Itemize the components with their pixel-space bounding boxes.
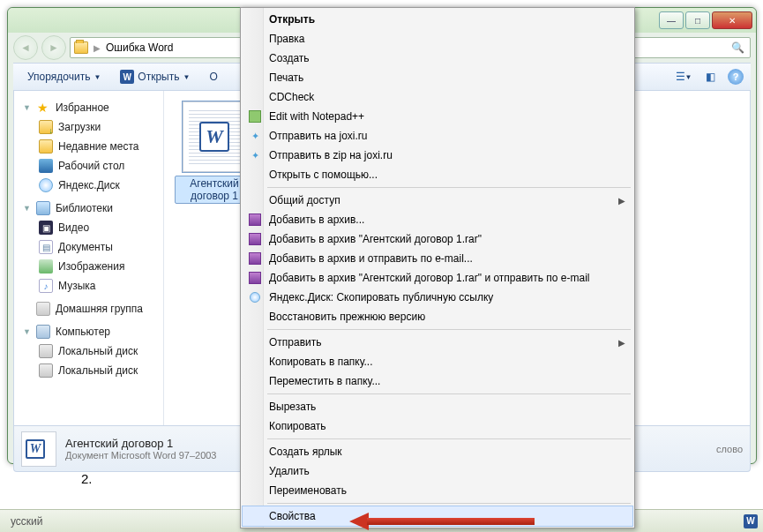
preview-pane-button[interactable]: ◧	[701, 68, 719, 86]
sidebar-item-yadisk[interactable]: Яндекс.Диск	[14, 176, 163, 195]
drive-icon	[39, 363, 53, 378]
word-icon: W	[120, 70, 134, 84]
recent-icon	[39, 139, 53, 154]
winrar-icon	[249, 214, 261, 226]
submenu-arrow-icon: ▶	[618, 338, 625, 348]
maximize-button[interactable]: □	[685, 11, 710, 29]
ctx-open[interactable]: Открыть	[243, 10, 632, 29]
back-button[interactable]: ◄	[13, 35, 38, 60]
submenu-arrow-icon: ▶	[618, 196, 625, 206]
desktop-icon	[39, 159, 53, 173]
sidebar-item-documents[interactable]: ▤Документы	[14, 237, 163, 257]
folder-icon	[74, 41, 88, 54]
open-button[interactable]: WОткрыть▼	[113, 67, 197, 86]
winrar-icon	[249, 252, 261, 265]
address-path: Ошибка Word	[106, 41, 174, 54]
sidebar-computer[interactable]: ▼Компьютер	[14, 322, 163, 341]
libraries-icon	[36, 201, 50, 215]
tray-word-icon[interactable]: W	[744, 514, 758, 528]
drive-icon	[39, 344, 53, 358]
ctx-joxi[interactable]: ✦Отправить на joxi.ru	[243, 126, 632, 146]
context-menu: Открыть Правка Создать Печать CDCheck Ed…	[240, 7, 635, 528]
documents-icon: ▤	[39, 240, 53, 254]
details-filetype: Документ Microsoft Word 97–2003	[65, 450, 217, 461]
sidebar-item-localdisk[interactable]: Локальный диск	[14, 361, 163, 380]
organize-label: Упорядочить	[27, 71, 90, 83]
sidebar-homegroup[interactable]: ▼Домашняя группа	[14, 299, 163, 318]
sidebar-item-music[interactable]: ♪Музыка	[14, 276, 163, 296]
music-icon: ♪	[39, 279, 53, 293]
winrar-icon	[249, 233, 261, 245]
sidebar-favorites[interactable]: ▼★Избранное	[14, 98, 163, 117]
search-icon: 🔍	[731, 41, 744, 54]
ctx-edit[interactable]: Правка	[243, 29, 632, 49]
view-button[interactable]: ☰ ▼	[675, 68, 692, 86]
ctx-ydcopy[interactable]: Яндекс.Диск: Скопировать публичную ссылк…	[243, 288, 632, 307]
ctx-copy[interactable]: Копировать	[243, 416, 632, 436]
minimize-button[interactable]: —	[659, 11, 684, 29]
notepadpp-icon	[249, 110, 261, 123]
ctx-delete[interactable]: Удалить	[243, 461, 632, 481]
file-thumbnail: W	[183, 101, 246, 172]
ctx-moveto[interactable]: Переместить в папку...	[243, 371, 632, 391]
collapse-icon: ▼	[23, 103, 31, 112]
video-icon: ▣	[39, 221, 53, 235]
ctx-sharing[interactable]: Общий доступ▶	[243, 191, 632, 210]
yadisk-icon	[250, 292, 260, 303]
winrar-icon	[249, 272, 261, 284]
ctx-sendto[interactable]: Отправить▶	[243, 333, 632, 352]
images-icon	[39, 259, 53, 273]
ctx-rename[interactable]: Переименовать	[243, 481, 632, 500]
sidebar-item-desktop[interactable]: Рабочий стол	[14, 156, 163, 176]
ctx-addmail[interactable]: Добавить в архив и отправить по e-mail..…	[243, 249, 632, 268]
step-number: 2.	[81, 471, 93, 486]
ctx-npp[interactable]: Edit with Notepad++	[243, 107, 632, 126]
sidebar-item-images[interactable]: Изображения	[14, 257, 163, 276]
chevron-down-icon: ▼	[183, 73, 190, 81]
homegroup-icon	[36, 302, 50, 316]
ctx-create[interactable]: Создать	[243, 49, 632, 68]
ctx-addrar[interactable]: Добавить в архив "Агентский договор 1.ra…	[243, 229, 632, 249]
sidebar-item-recent[interactable]: Недавние места	[14, 137, 163, 156]
computer-icon	[36, 325, 50, 339]
sidebar: ▼★Избранное Загрузки Недавние места Рабо…	[14, 91, 164, 425]
word-icon: W	[199, 122, 229, 152]
organize-button[interactable]: Упорядочить▼	[20, 68, 108, 86]
ctx-addrarmail[interactable]: Добавить в архив "Агентский договор 1.ra…	[243, 268, 632, 288]
ctx-cut[interactable]: Вырезать	[243, 397, 632, 416]
help-button[interactable]: ?	[728, 69, 744, 85]
details-icon: W	[21, 431, 56, 467]
sidebar-item-localdisk[interactable]: Локальный диск	[14, 341, 163, 361]
downloads-icon	[39, 120, 53, 134]
ctx-print[interactable]: Печать	[243, 68, 632, 87]
ctx-openwith[interactable]: Открыть с помощью...	[243, 165, 632, 184]
open-label: Открыть	[138, 71, 179, 83]
taskbar-lang[interactable]: усский	[5, 513, 49, 529]
chevron-right-icon: ▶	[94, 43, 101, 53]
chevron-down-icon: ▼	[94, 73, 101, 81]
ctx-addarc[interactable]: Добавить в архив...	[243, 210, 632, 229]
sidebar-item-video[interactable]: ▣Видео	[14, 218, 163, 237]
collapse-icon: ▼	[23, 204, 31, 213]
ctx-properties[interactable]: Свойства	[243, 506, 632, 526]
details-filename: Агентский договор 1	[65, 437, 217, 450]
sidebar-item-downloads[interactable]: Загрузки	[14, 117, 163, 137]
ctx-joxizip[interactable]: ✦Отправить в zip на joxi.ru	[243, 146, 632, 165]
yadisk-icon	[39, 178, 53, 192]
ctx-cdcheck[interactable]: CDCheck	[243, 87, 632, 107]
ctx-shortcut[interactable]: Создать ярлык	[243, 442, 632, 461]
forward-button[interactable]: ►	[41, 35, 66, 60]
joxi-icon: ✦	[248, 129, 262, 143]
close-button[interactable]: ✕	[712, 11, 752, 29]
ctx-copyto[interactable]: Копировать в папку...	[243, 352, 632, 371]
truncated-button[interactable]: О	[202, 68, 224, 86]
ctx-restore[interactable]: Восстановить прежнюю версию	[243, 307, 632, 326]
details-right: слово	[716, 444, 743, 454]
sidebar-libraries[interactable]: ▼Библиотеки	[14, 199, 163, 218]
star-icon: ★	[36, 101, 50, 115]
joxi-icon: ✦	[248, 148, 262, 162]
collapse-icon: ▼	[23, 327, 31, 336]
